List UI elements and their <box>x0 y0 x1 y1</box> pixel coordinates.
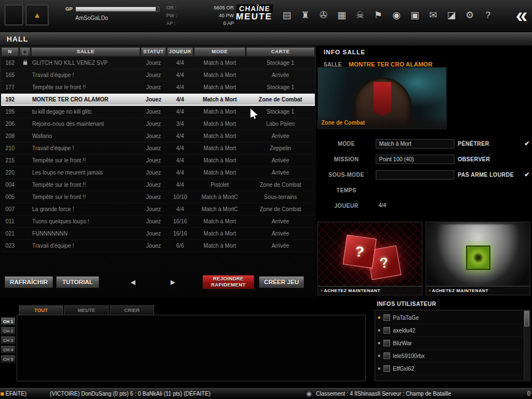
user-row[interactable]: ● EffGxl62 <box>376 362 523 375</box>
wolf-icon[interactable]: ☠ <box>352 7 368 24</box>
room-number: 007 <box>1 206 19 212</box>
room-status: Jouez <box>141 157 166 163</box>
room-row[interactable]: 220 Les loups ne meurent jamais Jouez 4/… <box>1 167 315 179</box>
room-row[interactable]: 177 Tempête sur le front !! Jouez 4/4 Ma… <box>1 81 315 94</box>
header-lock[interactable] <box>19 47 30 57</box>
room-row[interactable]: 192 MONTRE TER CRO ALAMOR Jouez 4/4 Matc… <box>1 94 315 106</box>
bank-icon[interactable]: ♜ <box>297 7 313 24</box>
tab-tout[interactable]: TOUT <box>19 305 63 315</box>
room-status: Jouez <box>141 109 166 115</box>
room-players: 4/4 <box>167 157 193 163</box>
game-logo: CHAÎNE MEUTE <box>236 4 273 22</box>
room-mode: Match à Mort <box>194 157 245 163</box>
room-name: tu kill degage no kill glitc <box>31 109 140 115</box>
gp-row: GP <box>65 6 160 12</box>
workshop-icon[interactable]: ▣ <box>407 7 423 24</box>
channel-5[interactable]: CH 5 <box>1 355 16 363</box>
room-row[interactable]: 210 Travail d'équipe ! Jouez 4/4 Match à… <box>1 142 315 155</box>
header-joueur[interactable]: JOUEUR <box>167 47 193 57</box>
refresh-button[interactable]: RAFRAÎCHIR <box>4 276 53 288</box>
next-page-icon[interactable]: ► <box>169 278 177 287</box>
channel-3[interactable]: CH 3 <box>1 336 16 344</box>
user-row[interactable]: ● lele59100rbx <box>376 350 523 362</box>
user-list-scrollbar[interactable] <box>524 311 529 380</box>
room-row[interactable]: 011 Tuons quelques loups ! Jouez 16/16 M… <box>1 216 315 228</box>
user-badge-icon <box>383 314 390 321</box>
ribbon-arrow-icon: › <box>321 288 323 293</box>
user-row[interactable]: ● axeldu42 <box>376 324 523 337</box>
storage-icon[interactable]: ▦ <box>334 7 350 24</box>
room-name: La grande force ! <box>31 206 140 212</box>
room-row[interactable]: 208 Wallano Jouez 4/4 Match à Mort Arriv… <box>1 130 315 142</box>
option-row[interactable]: PÉNÉTRER ✔ <box>458 136 530 151</box>
channel-2[interactable]: CH 2 <box>1 326 16 335</box>
help-icon[interactable]: ? <box>480 7 496 24</box>
channel-1[interactable]: CH 1 <box>1 317 16 325</box>
info-salle-title: INFO SALLE <box>324 49 365 55</box>
user-row[interactable]: ● BlizWar <box>376 337 523 350</box>
promo-cta-ribbon[interactable]: › ACHETEZ MAINTENANT <box>426 286 530 294</box>
header-n[interactable]: N <box>1 47 19 57</box>
room-row[interactable]: 165 Travail d'équipe ! Jouez 4/4 Match à… <box>1 69 315 81</box>
compass-icon[interactable]: ◉ <box>388 7 405 24</box>
room-map: Arrivée <box>246 231 315 237</box>
scrollbar-thumb[interactable] <box>524 311 529 326</box>
room-status: Jouez <box>141 170 166 176</box>
room-number: 208 <box>1 133 19 139</box>
room-map: Zeppelin <box>246 145 315 151</box>
item-card-icon[interactable]: ◪ <box>443 7 459 24</box>
prev-page-icon[interactable]: ◄ <box>129 278 137 287</box>
room-row[interactable]: 215 Tempête sur le front !! Jouez 4/4 Ma… <box>1 155 315 167</box>
room-players: 4/4 <box>167 72 193 78</box>
user-row[interactable]: ● PaTaTaGe <box>376 311 523 324</box>
shop-icon[interactable]: ▤ <box>279 7 295 24</box>
tab-crier[interactable]: CRIER <box>110 305 154 315</box>
option-row[interactable]: OBSERVER ✔ <box>458 151 530 167</box>
currency-value: 40 PW <box>219 12 234 19</box>
promo-cta-ribbon[interactable]: › ACHETEZ MAINTENANT <box>318 286 422 294</box>
room-row[interactable]: 007 La grande force ! Jouez 4/4 Match à … <box>1 203 315 216</box>
room-status: Jouez <box>141 182 166 188</box>
room-row[interactable]: 206 Rejoins-nous dès maintenant Jouez 3/… <box>1 118 315 130</box>
lock-column-icon <box>23 50 27 54</box>
header-carte[interactable]: CARTE <box>246 47 315 57</box>
room-options: PÉNÉTRER ✔ OBSERVER ✔ PAS ARME LOURDE ✔ <box>458 136 530 182</box>
room-row[interactable]: 021 FUNNNNNNN Jouez 16/16 Match à Mort A… <box>1 228 315 240</box>
field-label: MISSION <box>324 156 369 162</box>
question-mark: ? <box>354 243 365 261</box>
header-statut[interactable]: STATUT <box>141 47 166 57</box>
tab-meute[interactable]: MEUTE <box>64 305 109 315</box>
logo-line2: MEUTE <box>236 12 273 22</box>
room-row[interactable]: 005 Tempête sur le front !! Jouez 10/10 … <box>1 191 315 203</box>
mail-icon[interactable]: ✉ <box>425 7 441 24</box>
chat-log[interactable] <box>17 315 366 381</box>
create-game-button[interactable]: CRÉER JEU <box>259 276 304 288</box>
room-name: FUNNNNNNN <box>31 231 140 237</box>
room-row[interactable]: 004 Tempête sur le front !! Jouez 4/4 Pi… <box>1 179 315 191</box>
room-row[interactable]: 195 tu kill degage no kill glitc Jouez 4… <box>1 106 315 118</box>
cart-icon[interactable]: ✇ <box>315 7 331 24</box>
ribbon-arrow-icon: › <box>429 288 431 293</box>
option-row[interactable]: PAS ARME LOURDE ✔ <box>458 167 530 182</box>
room-number: 162 <box>1 60 19 66</box>
room-row[interactable]: 023 Travail d'équipe ! Jouez 6/6 Match à… <box>1 240 315 252</box>
tutorial-button[interactable]: TUTORIAL <box>56 276 99 288</box>
mystery-box-promo[interactable]: ? ? › ACHETEZ MAINTENANT <box>318 222 422 295</box>
character-promo[interactable]: › ACHETEZ MAINTENANT <box>426 222 530 295</box>
room-players: 4/4 <box>167 109 193 115</box>
settings-icon[interactable]: ⚙ <box>462 7 478 24</box>
room-mode: Match à Mort <box>194 231 245 237</box>
check-icon: ✔ <box>524 140 530 147</box>
room-name: Tempête sur le front !! <box>31 182 140 188</box>
exit-channel-icon[interactable]: « <box>516 0 528 31</box>
field-value <box>376 186 454 195</box>
player-name: AmSoGaLDo <box>75 15 108 21</box>
room-number: 206 <box>1 121 19 127</box>
quick-join-button[interactable]: REJOINDRE RAPIDEMENT <box>202 275 254 289</box>
room-number: 005 <box>1 194 19 200</box>
room-row[interactable]: 162 GLITCH NO KILL VENEZ SVP Jouez 4/4 M… <box>1 57 315 69</box>
header-mode[interactable]: MODE <box>194 47 245 57</box>
header-salle[interactable]: SALLE <box>31 47 140 57</box>
channel-4[interactable]: CH 4 <box>1 345 16 354</box>
clan-icon[interactable]: ⚑ <box>370 7 386 24</box>
